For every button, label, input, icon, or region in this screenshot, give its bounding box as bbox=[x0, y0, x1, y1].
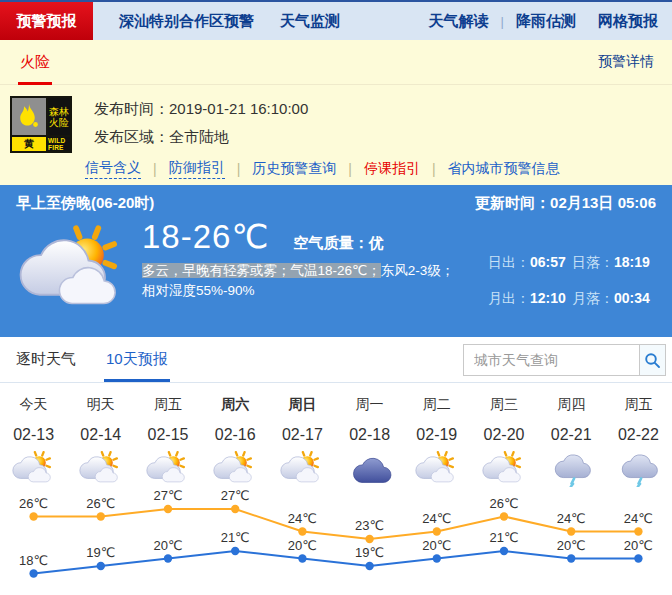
selected-text: 多云，早晚有轻雾或雾；气温18-26℃； bbox=[142, 263, 381, 278]
moonset: 月落：00:34 bbox=[572, 290, 656, 317]
partly-cloudy-icon bbox=[16, 225, 132, 317]
svg-text:20℃: 20℃ bbox=[557, 538, 586, 553]
top-nav: 预警预报 深汕特别合作区预警 天气监测 天气解读 | 降雨估测 网格预报 bbox=[0, 0, 672, 40]
sunrise: 日出：06:57 bbox=[488, 254, 572, 281]
day-label: 周五 bbox=[605, 396, 672, 414]
partly-cloudy-icon bbox=[269, 450, 336, 488]
svg-text:18℃: 18℃ bbox=[19, 553, 48, 568]
air-quality: 空气质量：优 bbox=[293, 234, 383, 253]
link-separator: | bbox=[432, 161, 436, 177]
forecast-day-column[interactable]: 周六02-16 bbox=[202, 396, 269, 488]
link-defense-guide[interactable]: 防御指引 bbox=[169, 159, 225, 179]
link-province-warnings[interactable]: 省内城市预警信息 bbox=[448, 160, 560, 178]
badge-level-en: WILD FIRE bbox=[48, 137, 70, 151]
temperature-range: 18-26℃ bbox=[142, 217, 269, 256]
link-history-query[interactable]: 历史预警查询 bbox=[252, 160, 336, 178]
flame-icon bbox=[12, 98, 46, 135]
forecast-day-column[interactable]: 周五02-15 bbox=[134, 396, 201, 488]
forecast-day-column[interactable]: 周五02-22 bbox=[605, 396, 672, 488]
search-input[interactable] bbox=[463, 344, 639, 376]
sunset: 日落：18:19 bbox=[572, 254, 656, 281]
nav-item-weather-monitor[interactable]: 天气监测 bbox=[280, 2, 340, 40]
warning-section: 火险 预警详情 森林火险 黄 WILD FIRE 发布时间：2019-01-21… bbox=[0, 40, 672, 185]
svg-text:23℃: 23℃ bbox=[355, 518, 384, 533]
svg-text:20℃: 20℃ bbox=[153, 538, 182, 553]
link-class-suspension[interactable]: 停课指引 bbox=[364, 160, 420, 178]
publish-time-label: 发布时间： bbox=[94, 100, 169, 117]
date-label: 02-18 bbox=[336, 426, 403, 444]
publish-area-label: 发布区域： bbox=[94, 128, 169, 145]
nav-item-shenshan[interactable]: 深汕特别合作区预警 bbox=[119, 2, 254, 40]
day-label: 周六 bbox=[202, 396, 269, 414]
tab-ten-day-forecast[interactable]: 10天预报 bbox=[106, 337, 168, 382]
svg-text:19℃: 19℃ bbox=[86, 545, 115, 560]
date-label: 02-13 bbox=[0, 426, 67, 444]
nav-right-group: 天气解读 | 降雨估测 网格预报 bbox=[407, 2, 672, 40]
publish-area-value: 全市陆地 bbox=[169, 128, 229, 145]
forecast-day-column[interactable]: 明天02-14 bbox=[67, 396, 134, 488]
date-label: 02-15 bbox=[134, 426, 201, 444]
warning-links: 信号含义 | 防御指引 | 历史预警查询 | 停课指引 | 省内城市预警信息 bbox=[0, 159, 672, 179]
nav-item-grid-forecast[interactable]: 网格预报 bbox=[598, 12, 658, 31]
nav-separator: | bbox=[501, 14, 504, 29]
weather-page: 预警预报 深汕特别合作区预警 天气监测 天气解读 | 降雨估测 网格预报 火险 … bbox=[0, 0, 672, 595]
tab-hourly-weather[interactable]: 逐时天气 bbox=[16, 337, 76, 382]
partly-cloudy-icon bbox=[134, 450, 201, 488]
day-label: 周日 bbox=[269, 396, 336, 414]
badge-level: 黄 bbox=[12, 137, 46, 151]
date-label: 02-20 bbox=[470, 426, 537, 444]
cloudy-icon bbox=[336, 450, 403, 488]
search-icon bbox=[644, 352, 661, 369]
nav-item-rain-estimate[interactable]: 降雨估测 bbox=[516, 12, 576, 31]
link-separator: | bbox=[348, 161, 352, 177]
partly-cloudy-icon bbox=[403, 450, 470, 488]
city-weather-search bbox=[463, 344, 666, 376]
forecast-day-column[interactable]: 周日02-17 bbox=[269, 396, 336, 488]
forecast-day-column[interactable]: 周二02-19 bbox=[403, 396, 470, 488]
date-label: 02-16 bbox=[202, 426, 269, 444]
forecast-columns: 今天02-13明天02-14周五02-15周六02-16周日02-17周一02-… bbox=[0, 383, 672, 487]
svg-text:20℃: 20℃ bbox=[624, 538, 653, 553]
date-label: 02-17 bbox=[269, 426, 336, 444]
day-label: 周三 bbox=[470, 396, 537, 414]
partly-cloudy-icon bbox=[0, 450, 67, 488]
link-separator: | bbox=[153, 161, 157, 177]
svg-text:19℃: 19℃ bbox=[355, 545, 384, 560]
date-label: 02-19 bbox=[403, 426, 470, 444]
svg-text:24℃: 24℃ bbox=[422, 511, 451, 526]
svg-text:26℃: 26℃ bbox=[19, 496, 48, 511]
date-label: 02-21 bbox=[538, 426, 605, 444]
search-button[interactable] bbox=[639, 344, 666, 376]
day-label: 周四 bbox=[538, 396, 605, 414]
forecast-day-column[interactable]: 周三02-20 bbox=[470, 396, 537, 488]
nav-tab-warning-forecast[interactable]: 预警预报 bbox=[0, 2, 93, 40]
warning-content: 森林火险 黄 WILD FIRE 发布时间：2019-01-21 16:10:0… bbox=[0, 85, 672, 156]
day-label: 今天 bbox=[0, 396, 67, 414]
partly-cloudy-icon bbox=[67, 450, 134, 488]
forecast-period-label: 早上至傍晚(06-20时) bbox=[16, 194, 154, 213]
svg-text:20℃: 20℃ bbox=[288, 538, 317, 553]
day-label: 周一 bbox=[336, 396, 403, 414]
svg-text:20℃: 20℃ bbox=[422, 538, 451, 553]
update-time: 更新时间：02月13日 05:06 bbox=[475, 194, 656, 213]
tab-fire-risk[interactable]: 火险 bbox=[18, 40, 52, 85]
forecast-day-column[interactable]: 周四02-21 bbox=[538, 396, 605, 488]
link-separator: | bbox=[237, 161, 241, 177]
temperature-chart-wrap: 26℃26℃27℃27℃24℃23℃24℃26℃24℃24℃18℃19℃20℃2… bbox=[0, 487, 672, 595]
warning-meta: 发布时间：2019-01-21 16:10:00 发布区域：全市陆地 bbox=[94, 96, 308, 156]
rain-icon bbox=[538, 450, 605, 488]
current-weather-panel: 早上至傍晚(06-20时) 更新时间：02月13日 05:06 18-26℃ 空… bbox=[0, 185, 672, 337]
svg-text:21℃: 21℃ bbox=[221, 530, 250, 545]
nav-item-weather-interpretation[interactable]: 天气解读 bbox=[429, 12, 489, 31]
partly-cloudy-icon bbox=[202, 450, 269, 488]
svg-text:21℃: 21℃ bbox=[489, 530, 518, 545]
svg-text:27℃: 27℃ bbox=[153, 488, 182, 503]
warning-detail-link[interactable]: 预警详情 bbox=[598, 53, 654, 71]
forecast-day-column[interactable]: 周一02-18 bbox=[336, 396, 403, 488]
day-label: 明天 bbox=[67, 396, 134, 414]
partly-cloudy-icon bbox=[470, 450, 537, 488]
temperature-chart: 26℃26℃27℃27℃24℃23℃24℃26℃24℃24℃18℃19℃20℃2… bbox=[0, 487, 672, 595]
forecast-day-column[interactable]: 今天02-13 bbox=[0, 396, 67, 488]
link-signal-meaning[interactable]: 信号含义 bbox=[85, 159, 141, 179]
day-label: 周二 bbox=[403, 396, 470, 414]
